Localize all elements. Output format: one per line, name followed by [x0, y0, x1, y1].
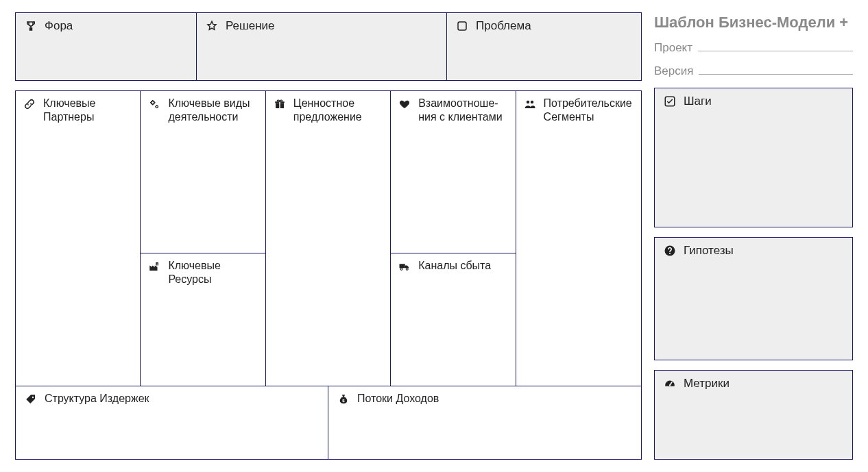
business-model-canvas: Ключевые Партнеры Ключевые виды деятельн…: [15, 90, 642, 460]
gift-icon: [273, 98, 287, 111]
project-rule: [698, 51, 853, 51]
cell-channels-label: Каналы сбыта: [418, 259, 491, 273]
tag-icon: [24, 393, 38, 406]
cell-problem[interactable]: Проблема: [447, 12, 642, 81]
svg-point-7: [406, 268, 408, 270]
moneybag-icon: $: [337, 393, 350, 406]
cell-steps[interactable]: Шаги: [654, 88, 853, 227]
cell-partners-label: Ключевые Партнеры: [43, 97, 133, 124]
star-icon: [205, 20, 219, 33]
cell-fora-label: Фора: [45, 18, 73, 33]
cell-value[interactable]: Ценностное предложение: [266, 91, 390, 386]
gauge-icon: [663, 377, 677, 390]
svg-rect-5: [279, 101, 280, 108]
svg-rect-0: [458, 22, 466, 30]
cell-revenue[interactable]: $ Потоки Доходов: [328, 386, 641, 459]
gears-icon: [147, 98, 161, 111]
cell-revenue-label: Потоки Доходов: [357, 392, 439, 406]
cell-metrics[interactable]: Метрики: [654, 370, 853, 460]
cell-resources-label: Ключевые Ресурсы: [168, 259, 258, 286]
cell-relationships[interactable]: Взаимоотноше­ния с клиентами: [391, 91, 515, 253]
truck-icon: [398, 260, 411, 273]
version-label: Версия: [654, 64, 693, 78]
cell-hypotheses-label: Гипотезы: [684, 243, 734, 258]
factory-icon: [147, 260, 161, 273]
cell-channels[interactable]: Каналы сбыта: [391, 253, 515, 386]
cell-activities[interactable]: Ключевые виды деятельности: [141, 91, 265, 253]
cell-resources[interactable]: Ключевые Ресурсы: [141, 253, 265, 386]
cell-partners[interactable]: Ключевые Партнеры: [16, 91, 140, 386]
cell-problem-label: Проблема: [476, 18, 531, 33]
trophy-icon: [24, 20, 38, 33]
svg-point-14: [669, 253, 671, 254]
cell-relationships-label: Взаимоотноше­ния с клиентами: [418, 97, 508, 124]
check-icon: [663, 95, 677, 108]
link-icon: [23, 98, 36, 111]
cell-segments-label: Потребитель­ские Сегменты: [544, 97, 634, 124]
page-title: Шаблон Бизнес-Модели +: [654, 14, 853, 32]
cell-solution-label: Решение: [226, 18, 274, 33]
cell-steps-label: Шаги: [684, 94, 712, 108]
users-icon: [523, 98, 537, 111]
cell-costs-label: Структура Издержек: [45, 392, 149, 406]
cell-value-label: Ценностное предложение: [293, 97, 383, 124]
cell-costs[interactable]: Структура Издержек: [16, 386, 328, 459]
cell-fora[interactable]: Фора: [15, 12, 197, 81]
svg-point-9: [530, 101, 533, 104]
square-icon: [455, 20, 469, 33]
version-field[interactable]: Версия: [654, 64, 853, 78]
cell-metrics-label: Метрики: [684, 376, 730, 390]
version-rule: [699, 74, 853, 75]
svg-point-10: [32, 397, 34, 398]
project-label: Проект: [654, 41, 692, 55]
project-field[interactable]: Проект: [654, 41, 853, 55]
top-strip: Фора Решение Проблема: [15, 12, 642, 81]
cell-segments[interactable]: Потребитель­ские Сегменты: [516, 91, 641, 386]
svg-point-15: [669, 384, 671, 386]
cell-hypotheses[interactable]: Гипотезы: [654, 237, 853, 360]
svg-point-6: [400, 268, 402, 270]
cell-activities-label: Ключевые виды деятельности: [168, 97, 258, 124]
question-icon: [663, 245, 677, 258]
svg-point-8: [526, 101, 529, 104]
heart-icon: [398, 98, 411, 111]
cell-solution[interactable]: Решение: [197, 12, 447, 81]
